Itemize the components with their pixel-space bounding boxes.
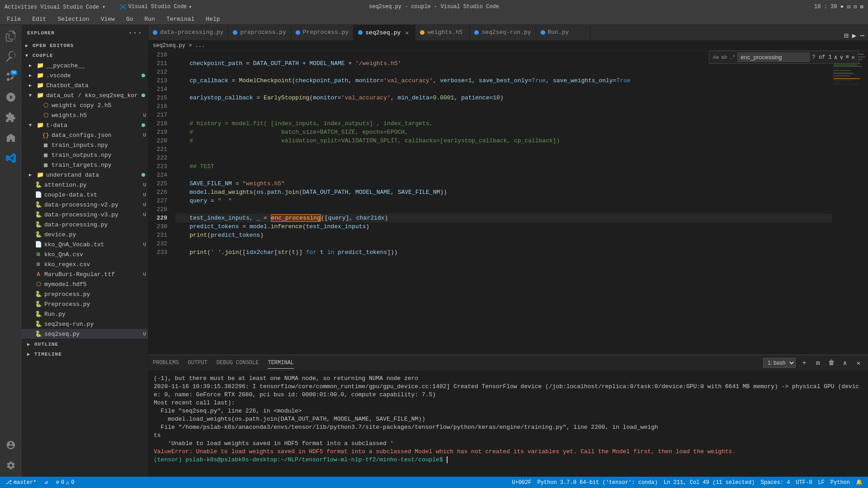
tab-seq2seq-run[interactable]: seq2seq-run.py — [470, 25, 536, 40]
activities-label[interactable]: Activities Visual Studio Code ▾ — [5, 4, 105, 10]
status-branch[interactable]: ⎇ master* — [4, 479, 38, 486]
tab-seq2seq-close[interactable]: ✕ — [403, 29, 410, 36]
tree-train-outputs[interactable]: ▦ train_outputs.npy — [22, 150, 148, 160]
status-python[interactable]: Python 3.7.0 64-bit ('tensor': conda) — [535, 479, 659, 486]
terminal-split-button[interactable]: ⊟ — [813, 358, 823, 368]
activity-extensions[interactable] — [2, 108, 20, 127]
outline-header[interactable]: ▶ OUTLINE — [22, 339, 148, 349]
status-notification[interactable]: 🔔 — [854, 479, 864, 486]
code-line-230: predict_tokens = model.inference(test_in… — [175, 222, 832, 231]
vscode-menu[interactable]: Visual Studio Code ▾ — [119, 3, 192, 10]
find-list[interactable]: ≡ — [845, 54, 849, 61]
activity-extra1[interactable] — [2, 129, 20, 147]
window-controls[interactable]: ⊟ ⊡ ⊠ — [847, 4, 863, 10]
data-out-label: data_out / kko_seq2seq_kor — [46, 92, 142, 99]
menu-selection[interactable]: Selection — [55, 15, 91, 23]
tree-preprocess[interactable]: 🐍 preprocess.py — [22, 289, 148, 299]
terminal-add-button[interactable]: + — [799, 358, 809, 368]
activity-account[interactable] — [2, 436, 20, 454]
tab-weights-h5[interactable]: weights.h5 — [415, 25, 470, 40]
activity-explorer[interactable] — [2, 27, 20, 45]
activity-settings[interactable] — [2, 456, 20, 474]
status-ln-col[interactable]: Ln 211, Col 49 (11 selected) — [662, 479, 757, 486]
tree-kko-vocab[interactable]: 📄 kko_QnA_Vocab.txt U — [22, 239, 148, 249]
terminal-trash-button[interactable]: 🗑 — [826, 358, 836, 368]
find-close[interactable]: ✕ — [851, 54, 855, 61]
timeline-header[interactable]: ▶ TIMELINE — [22, 349, 148, 359]
tree-dp[interactable]: 🐍 data-processing.py — [22, 220, 148, 230]
tree-couple-data[interactable]: 📄 couple-data.txt U — [22, 190, 148, 200]
menu-edit[interactable]: Edit — [30, 15, 48, 23]
tree-data-out[interactable]: ▼ 📁 data_out / kko_seq2seq_kor — [22, 90, 148, 100]
terminal-maximize-button[interactable]: ∧ — [840, 358, 850, 368]
activity-git[interactable]: SK — [2, 68, 20, 86]
code-content[interactable]: checkpoint_path = DATA_OUT_PATH + MODEL_… — [171, 51, 832, 355]
status-errors[interactable]: ⊘ 0 △ 0 — [54, 479, 76, 486]
tab-action-run[interactable]: ▶ — [852, 31, 857, 40]
terminal-tab-output[interactable]: OUTPUT — [188, 357, 208, 368]
tree-attention[interactable]: 🐍 attention.py U — [22, 180, 148, 190]
terminal-tab-problems[interactable]: PROBLEMS — [153, 357, 179, 368]
tree-vscode[interactable]: ▶ 📁 .vscode — [22, 70, 148, 80]
tree-kko-qna[interactable]: ⊞ kko_QnA.csv — [22, 249, 148, 259]
tree-chatbot[interactable]: ▶ 📁 Chatbot_data — [22, 80, 148, 90]
terminal-tab-terminal[interactable]: TERMINAL — [268, 357, 294, 369]
status-language[interactable]: Python — [829, 479, 852, 486]
menubar: FileEditSelectionViewGoRunTerminalHelp — [0, 14, 868, 25]
menu-view[interactable]: View — [99, 15, 117, 23]
tree-train-inputs[interactable]: ▦ train_inputs.npy — [22, 140, 148, 150]
tab-seq2seq-run-icon — [474, 30, 479, 35]
tree-train-targets[interactable]: ▦ train_targets.npy — [22, 160, 148, 170]
activity-search[interactable] — [2, 47, 20, 66]
tab-run-py-icon — [541, 30, 545, 35]
menu-terminal[interactable]: Terminal — [164, 15, 197, 23]
open-editors-header[interactable]: ▶ OPEN EDITORS — [22, 41, 148, 51]
menu-help[interactable]: Help — [203, 15, 222, 23]
tree-seq2seq[interactable]: 🐍 seq2seq.py U — [22, 329, 148, 339]
status-sync[interactable]: ↺ — [42, 479, 49, 486]
tree-dp-v2[interactable]: 🐍 data-processing-v2.py U — [22, 200, 148, 210]
tab-seq2seq[interactable]: seq2seq.py ✕ — [354, 25, 415, 40]
activity-debug[interactable] — [2, 88, 20, 106]
terminal-tab-debug[interactable]: DEBUG CONSOLE — [217, 357, 259, 368]
tab-run-py[interactable]: Run.py — [536, 25, 590, 40]
tree-kko-regex[interactable]: ⊞ kko_regex.csv — [22, 259, 148, 269]
activity-vscode[interactable] — [2, 149, 20, 167]
terminal-shell-dropdown[interactable]: 1: bash — [763, 358, 796, 368]
status-remote[interactable]: U+002F — [510, 479, 533, 486]
tree-weights-copy[interactable]: ⬡ weights copy 2.h5 — [22, 100, 148, 110]
terminal-content[interactable]: (-1), but there must be at least one NUM… — [148, 371, 868, 477]
tab-preprocess-small[interactable]: preprocess.py — [228, 25, 291, 40]
tree-mymodel[interactable]: ⬡ mymodel.hdf5 — [22, 279, 148, 289]
tree-run[interactable]: 🐍 Run.py — [22, 309, 148, 319]
tree-understand[interactable]: ▶ 📁 understand data — [22, 170, 148, 180]
code-editor[interactable]: 210 211 212 213 214 215 216 217 218 219 … — [148, 51, 832, 355]
terminal-close-button[interactable]: ✕ — [854, 358, 863, 368]
tree-dp-v3[interactable]: 🐍 data-processing-v3.py U — [22, 210, 148, 220]
status-spaces[interactable]: Spaces: 4 — [759, 479, 792, 486]
menu-file[interactable]: File — [5, 15, 23, 23]
tree-maru[interactable]: A MaruBuri-Regular.ttf U — [22, 269, 148, 279]
tree-device[interactable]: 🐍 device.py — [22, 230, 148, 239]
tree-data-configs[interactable]: {} data_configs.json U — [22, 130, 148, 140]
status-encoding[interactable]: UTF-8 — [794, 479, 814, 486]
tree-weights-h5[interactable]: ⬡ weights.h5 U — [22, 110, 148, 120]
menu-go[interactable]: Go — [124, 15, 136, 23]
find-input[interactable] — [737, 52, 810, 62]
tree-t-data[interactable]: ▼ 📁 t-data — [22, 120, 148, 130]
tab-seq2seq-icon — [358, 30, 363, 35]
sidebar-dots[interactable]: ··· — [128, 29, 142, 37]
tab-action-more[interactable]: ⋯ — [860, 31, 864, 40]
tab-data-processing[interactable]: data-processing.py — [148, 25, 228, 40]
tab-preprocess-big[interactable]: Preprocess.py — [291, 25, 354, 40]
status-line-ending[interactable]: LF — [816, 479, 826, 486]
folder-couple[interactable]: ▼ COUPLE — [22, 51, 148, 61]
tree-preprocess-cap[interactable]: 🐍 Preprocess.py — [22, 299, 148, 309]
find-down[interactable]: ∨ — [840, 54, 844, 61]
tab-action-split[interactable]: ⊟ — [844, 31, 849, 40]
tab-actions: ⊟ ▶ ⋯ — [840, 31, 868, 40]
tree-seq2seq-run[interactable]: 🐍 seq2seq-run.py — [22, 319, 148, 329]
find-up[interactable]: ∧ — [834, 54, 838, 61]
menu-run[interactable]: Run — [142, 15, 157, 23]
tree-pycache[interactable]: ▶ 📁 __pycache__ — [22, 61, 148, 70]
